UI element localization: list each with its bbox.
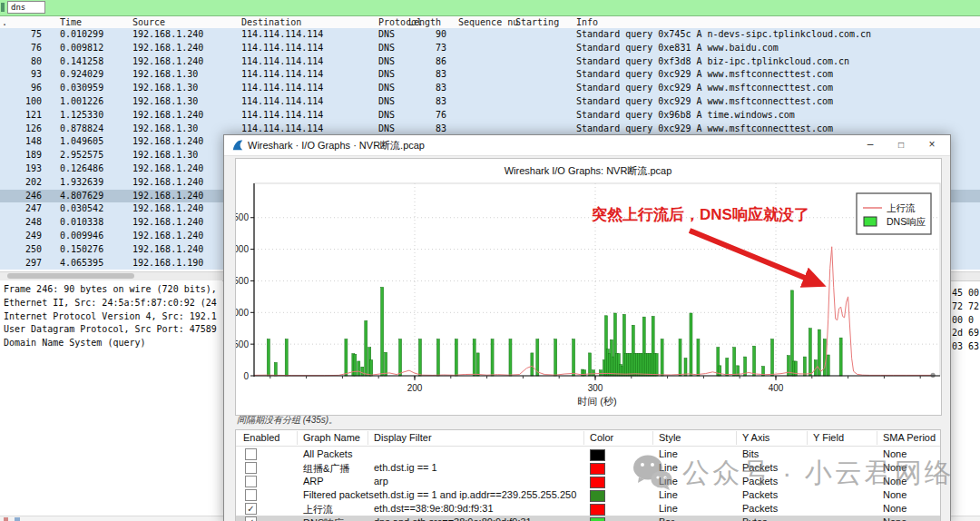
x-axis-label: 时间 (秒) <box>577 396 616 407</box>
graph-table-header[interactable]: EnabledGraph NameDisplay FilterColorStyl… <box>236 430 940 447</box>
io-graph-chart-panel[interactable]: Wireshark I/O Graphs: NVR断流.pcap05001000… <box>235 158 942 416</box>
filter-input[interactable]: dns <box>7 1 45 14</box>
table-cell: Bar <box>659 516 674 521</box>
packet-cell: 0.030959 <box>60 82 103 95</box>
graph-config-table[interactable]: EnabledGraph NameDisplay FilterColorStyl… <box>235 429 941 521</box>
dialog-titlebar[interactable]: Wireshark · I/O Graphs · NVR断流.pcap – □ … <box>224 135 950 156</box>
packet-cell: Standard query 0xc929 A www.msftconnectt… <box>576 82 833 95</box>
detail-line[interactable]: Ethernet II, Src: 24:5a:5f:87:c0:92 (24 <box>4 297 222 310</box>
hex-bytes-line: 45 00 <box>952 287 979 300</box>
packet-list-header[interactable]: .TimeSourceDestinationProtocolLengthSequ… <box>0 16 980 29</box>
graph-table-row[interactable]: 组播&广播eth.dst.ig == 1LinePacketsNone <box>236 461 940 475</box>
graph-table-row[interactable]: Filtered packetseth.dst.ig == 1 and ip.a… <box>236 488 940 502</box>
packet-cell: DNS <box>378 109 395 123</box>
packet-bytes-pane[interactable]: 45 0072 7200 02d 6903 63 <box>950 281 980 363</box>
enabled-checkbox[interactable] <box>245 462 257 474</box>
column-header[interactable]: . <box>2 16 7 28</box>
packet-cell: 114.114.114.114 <box>241 55 323 69</box>
enabled-checkbox[interactable] <box>245 476 257 487</box>
packet-cell: 192.168.1.240 <box>132 109 203 123</box>
color-swatch[interactable] <box>590 477 605 488</box>
table-cell: Line <box>659 448 678 459</box>
packet-cell: Standard query 0x745c A n-devs-sipc.tpli… <box>576 28 871 42</box>
enabled-checkbox[interactable] <box>245 448 257 460</box>
packet-cell: 247 <box>0 202 42 216</box>
column-header[interactable]: Time <box>60 16 82 28</box>
packet-cell: 121 <box>0 109 42 123</box>
wireshark-screen: dns .TimeSourceDestinationProtocolLength… <box>0 0 980 521</box>
hex-bytes-line: 72 72 <box>952 300 979 314</box>
packet-cell: 114.114.114.114 <box>241 109 323 123</box>
io-graph-chart[interactable]: Wireshark I/O Graphs: NVR断流.pcap05001000… <box>236 159 941 415</box>
legend-box <box>857 193 931 234</box>
packet-cell: 192.168.1.240 <box>132 216 203 230</box>
table-column-header[interactable]: Graph Name <box>303 432 360 443</box>
graph-table-row[interactable]: ✓上行流eth.dst==38:9e:80:9d:f9:31LinePacket… <box>236 502 940 516</box>
column-header[interactable]: Starting <box>515 16 559 28</box>
detail-line[interactable]: User Datagram Protocol, Src Port: 47589 <box>4 323 222 337</box>
maximize-button[interactable]: □ <box>887 135 916 155</box>
table-cell: Line <box>659 462 678 473</box>
taskbar-icon[interactable] <box>15 517 20 521</box>
color-swatch[interactable] <box>590 449 605 461</box>
y-tick-label: 2500 <box>236 212 249 222</box>
bookmark-icon[interactable] <box>1 3 5 12</box>
color-swatch[interactable] <box>590 504 605 516</box>
table-column-header[interactable]: Color <box>590 432 613 443</box>
minimize-button[interactable]: – <box>856 135 885 155</box>
detail-line[interactable]: Domain Name System (query) <box>4 337 222 350</box>
graph-table-row[interactable]: ✓DNS响应dns and eth.src==38:9e:80:9d:f9:31… <box>236 516 940 521</box>
packet-cell: DNS <box>378 28 395 42</box>
packet-row[interactable]: 760.009812192.168.1.240114.114.114.114DN… <box>0 42 980 55</box>
packet-row[interactable]: 750.010299192.168.1.240114.114.114.114DN… <box>0 28 980 42</box>
enabled-checkbox[interactable] <box>245 489 257 501</box>
detail-line[interactable]: Internet Protocol Version 4, Src: 192.1 <box>4 310 222 324</box>
packet-row[interactable]: 930.924029192.168.1.30114.114.114.114DNS… <box>0 68 980 82</box>
column-header[interactable]: Sequence nu <box>458 16 518 28</box>
y-tick-label: 500 <box>236 339 249 349</box>
color-swatch[interactable] <box>590 490 605 502</box>
close-button[interactable]: × <box>917 135 946 155</box>
graph-table-row[interactable]: ARParpLinePacketsNone <box>236 475 940 488</box>
packet-cell: 189 <box>0 149 42 162</box>
dns-response-bar <box>733 348 736 376</box>
packet-detail-pane[interactable]: Frame 246: 90 bytes on wire (720 bits),E… <box>0 280 222 371</box>
table-cell: Line <box>659 489 678 500</box>
packet-cell: 0.010299 <box>60 28 103 42</box>
hex-bytes-line: 2d 69 <box>952 327 979 340</box>
x-tick-label: 200 <box>407 383 423 393</box>
dialog-title: Wireshark · I/O Graphs · NVR断流.pcap <box>248 135 425 155</box>
packet-row[interactable]: 800.141258192.168.1.240114.114.114.114DN… <box>0 55 980 69</box>
column-header[interactable]: Info <box>576 16 598 28</box>
table-cell: None <box>883 516 906 521</box>
taskbar-icon[interactable] <box>4 517 8 521</box>
table-column-header[interactable]: Style <box>659 432 681 443</box>
packet-row[interactable]: 1001.001226192.168.1.30114.114.114.114DN… <box>0 95 980 109</box>
color-swatch[interactable] <box>590 463 605 475</box>
table-column-header[interactable]: Y Axis <box>742 432 769 443</box>
table-column-header[interactable]: SMA Period <box>883 432 936 443</box>
table-cell: arp <box>374 476 388 487</box>
column-header[interactable]: Destination <box>241 16 301 28</box>
y-tick-label: 1000 <box>236 308 249 318</box>
table-column-header[interactable]: Display Filter <box>374 432 432 443</box>
detail-line[interactable]: Frame 246: 90 bytes on wire (720 bits), <box>4 283 222 297</box>
enabled-checkbox[interactable]: ✓ <box>245 503 257 515</box>
enabled-checkbox[interactable]: ✓ <box>245 516 257 521</box>
packet-row[interactable]: 960.030959192.168.1.30114.114.114.114DNS… <box>0 82 980 95</box>
dns-response-bar <box>593 370 595 376</box>
table-column-header[interactable]: Enabled <box>243 432 279 443</box>
legend-label: DNS响应 <box>887 216 926 227</box>
packet-row[interactable]: 1211.125330192.168.1.240114.114.114.114D… <box>0 109 980 123</box>
dns-response-bar <box>267 339 270 376</box>
dns-response-bar <box>823 339 826 376</box>
table-column-header[interactable]: Y Field <box>813 432 844 443</box>
graph-table-row[interactable]: All PacketsLineBitsNone <box>236 447 940 461</box>
packet-cell: 1.001226 <box>60 95 103 109</box>
color-swatch[interactable] <box>590 517 605 521</box>
table-cell: 上行流 <box>303 503 333 516</box>
column-header[interactable]: Length <box>408 16 441 28</box>
column-header[interactable]: Source <box>132 16 165 28</box>
hscrollbar-thumb[interactable] <box>7 273 134 279</box>
table-cell: Packets <box>742 503 778 514</box>
